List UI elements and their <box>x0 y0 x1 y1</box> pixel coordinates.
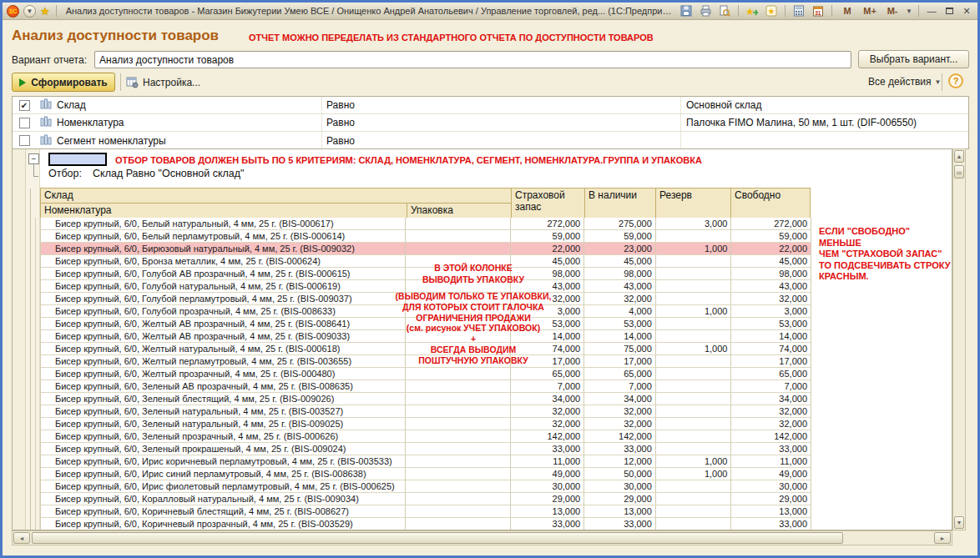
column-header-free[interactable]: Свободно <box>730 188 811 219</box>
cell-nomenclature[interactable]: Бисер крупный, 6/0, Ирис коричневый перл… <box>41 455 406 467</box>
cell-packaging[interactable] <box>406 368 510 380</box>
table-row[interactable]: Бисер крупный, 6/0, Зеленый прозрачный, … <box>41 430 811 443</box>
cell-free[interactable]: 33,000 <box>731 518 811 530</box>
cell-free[interactable]: 98,000 <box>731 268 811 279</box>
cell-safety-stock[interactable]: 7,000 <box>511 380 585 392</box>
cell-reserve[interactable] <box>656 293 732 304</box>
cell-in-stock[interactable]: 30,000 <box>584 480 656 492</box>
filter-checkbox[interactable]: ✔ <box>19 100 30 111</box>
cell-reserve[interactable] <box>656 505 732 517</box>
table-row[interactable]: Бисер крупный, 6/0, Зеленый АВ прозрачны… <box>41 380 811 393</box>
table-row[interactable]: Бисер крупный, 6/0, Зеленый натуральный,… <box>41 405 811 418</box>
cell-nomenclature[interactable]: Бисер крупный, 6/0, Ирис синий перламутр… <box>41 468 406 480</box>
cell-in-stock[interactable]: 7,000 <box>584 380 656 392</box>
cell-free[interactable]: 65,000 <box>731 368 811 380</box>
cell-packaging[interactable] <box>406 480 510 492</box>
cell-packaging[interactable] <box>406 468 510 480</box>
filter-value[interactable]: Основной склад <box>680 97 968 113</box>
cell-reserve[interactable] <box>656 330 732 342</box>
cell-free[interactable]: 22,000 <box>731 243 811 254</box>
table-row[interactable]: Бисер крупный, 6/0, Бирюзовый натуральны… <box>41 243 811 255</box>
cell-safety-stock[interactable]: 272,000 <box>511 218 585 229</box>
filter-checkbox[interactable] <box>19 118 30 128</box>
cell-free[interactable]: 7,000 <box>731 380 811 392</box>
cell-nomenclature[interactable]: Бисер крупный, 6/0, Белый натуральный, 4… <box>41 218 406 229</box>
cell-nomenclature[interactable]: Бисер крупный, 6/0, Голубой натуральный,… <box>41 280 406 292</box>
cell-nomenclature[interactable]: Бисер крупный, 6/0, Зеленый блестящий, 4… <box>41 393 406 405</box>
filter-field-cell[interactable]: Номенклатура <box>36 114 321 131</box>
cell-free[interactable]: 32,000 <box>731 418 811 430</box>
cell-safety-stock[interactable]: 33,000 <box>511 443 585 455</box>
column-header-safety-stock[interactable]: Страховой запас <box>511 188 585 219</box>
memory-m-button[interactable]: М <box>838 6 856 16</box>
cell-nomenclature[interactable]: Бисер крупный, 6/0, Коричневый блестящий… <box>41 505 406 517</box>
cell-in-stock[interactable]: 23,000 <box>584 243 656 254</box>
cell-reserve[interactable] <box>656 418 732 430</box>
cell-safety-stock[interactable]: 142,000 <box>511 430 585 442</box>
cell-nomenclature[interactable]: Бисер крупный, 6/0, Желтый прозрачный, 4… <box>41 368 406 380</box>
save-button[interactable] <box>679 4 694 18</box>
table-row[interactable]: Бисер крупный, 6/0, Белый перламутровый,… <box>41 230 811 243</box>
calendar-button[interactable]: 31 <box>811 4 826 18</box>
cell-packaging[interactable] <box>406 518 510 530</box>
cell-free[interactable]: 74,000 <box>731 343 811 354</box>
filter-condition[interactable]: Равно <box>321 97 680 113</box>
filter-condition[interactable]: Равно <box>321 114 680 131</box>
cell-free[interactable]: 53,000 <box>731 318 811 329</box>
cell-reserve[interactable]: 1,000 <box>656 305 732 317</box>
column-header-sklad[interactable]: Склад <box>40 188 512 204</box>
close-button[interactable]: × <box>960 5 973 17</box>
add-to-favorites-button[interactable]: ★ <box>745 4 760 18</box>
filter-value[interactable] <box>680 132 968 149</box>
cell-safety-stock[interactable]: 30,000 <box>511 480 585 492</box>
table-row[interactable]: Бисер крупный, 6/0, Ирис фиолетовый перл… <box>41 480 811 493</box>
cell-in-stock[interactable]: 45,000 <box>584 255 656 267</box>
cell-free[interactable]: 17,000 <box>731 355 811 367</box>
cell-nomenclature[interactable]: Бисер крупный, 6/0, Белый перламутровый,… <box>41 230 406 242</box>
cell-reserve[interactable] <box>656 430 732 442</box>
filter-field-cell[interactable]: Склад <box>36 97 321 113</box>
cell-nomenclature[interactable]: Бисер крупный, 6/0, Бронза металлик, 4 м… <box>41 255 406 267</box>
cell-reserve[interactable] <box>656 380 732 392</box>
scroll-down-button[interactable]: ▼ <box>954 516 964 529</box>
cell-nomenclature[interactable]: Бисер крупный, 6/0, Зеленый прозрачный, … <box>41 430 406 442</box>
cell-in-stock[interactable]: 29,000 <box>584 493 656 505</box>
choose-variant-button[interactable]: Выбрать вариант... <box>858 50 969 68</box>
system-menu-button[interactable]: ▼ <box>23 5 36 18</box>
table-row[interactable]: Бисер крупный, 6/0, Белый натуральный, 4… <box>41 218 811 230</box>
cell-reserve[interactable] <box>656 368 732 380</box>
cell-safety-stock[interactable]: 32,000 <box>511 405 585 417</box>
cell-nomenclature[interactable]: Бисер крупный, 6/0, Зеленый АВ прозрачны… <box>41 380 406 392</box>
cell-safety-stock[interactable]: 11,000 <box>511 455 585 467</box>
cell-in-stock[interactable]: 50,000 <box>584 468 656 480</box>
settings-button[interactable]: Настройка... <box>126 74 200 91</box>
cell-reserve[interactable] <box>656 280 732 292</box>
cell-free[interactable]: 45,000 <box>731 255 811 267</box>
cell-free[interactable]: 33,000 <box>731 443 811 455</box>
cell-in-stock[interactable]: 13,000 <box>584 505 656 517</box>
minimize-button[interactable]: — <box>925 5 938 17</box>
cell-nomenclature[interactable]: Бисер крупный, 6/0, Коралловый натуральн… <box>41 493 406 505</box>
cell-in-stock[interactable]: 59,000 <box>584 230 656 242</box>
print-button[interactable] <box>698 4 713 18</box>
cell-in-stock[interactable]: 65,000 <box>584 368 656 380</box>
scroll-left-button[interactable]: ◄ <box>13 532 30 544</box>
cell-reserve[interactable] <box>656 518 732 530</box>
cell-free[interactable]: 59,000 <box>731 230 811 242</box>
cell-nomenclature[interactable]: Бисер крупный, 6/0, Голубой АВ прозрачны… <box>41 268 406 279</box>
horizontal-scroll-thumb[interactable] <box>32 532 843 544</box>
favorites-star-icon[interactable]: ★ <box>40 5 50 18</box>
cell-safety-stock[interactable]: 49,000 <box>511 468 585 480</box>
filter-value[interactable]: Палочка FIMO Малина, 50 мм, 1 шт. (DIF-0… <box>680 114 968 131</box>
cell-in-stock[interactable]: 33,000 <box>584 518 656 530</box>
cell-reserve[interactable]: 1,000 <box>656 243 732 254</box>
cell-free[interactable]: 11,000 <box>731 455 811 467</box>
filter-checkbox[interactable] <box>19 135 30 146</box>
cell-packaging[interactable] <box>406 430 510 442</box>
selected-cell[interactable] <box>48 153 107 166</box>
cell-reserve[interactable] <box>656 405 732 417</box>
cell-in-stock[interactable]: 275,000 <box>584 218 656 229</box>
cell-reserve[interactable] <box>656 230 732 242</box>
cell-in-stock[interactable]: 32,000 <box>584 405 656 417</box>
cell-nomenclature[interactable]: Бисер крупный, 6/0, Зеленый натуральный,… <box>41 418 406 430</box>
